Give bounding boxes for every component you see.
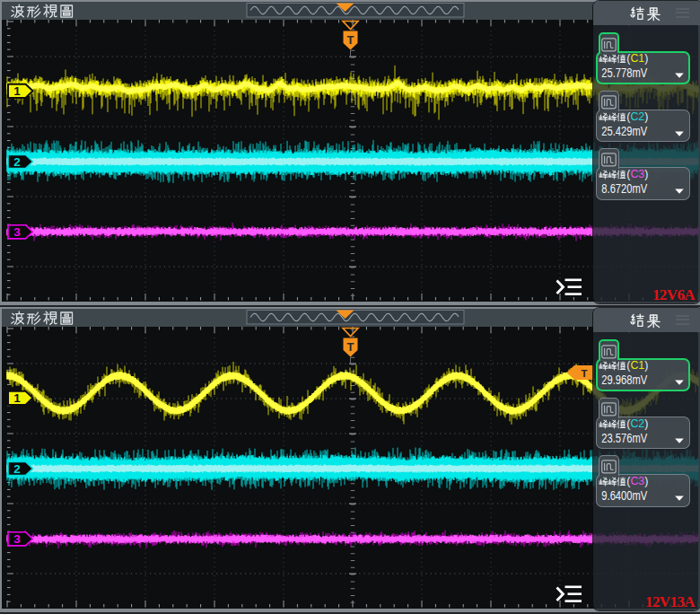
svg-text:(C2): (C2) <box>626 110 648 123</box>
svg-text:T: T <box>347 340 354 354</box>
svg-text:1: 1 <box>13 84 21 98</box>
svg-text:2: 2 <box>13 155 21 169</box>
svg-text:T: T <box>347 33 354 47</box>
svg-text:23.576mV: 23.576mV <box>601 429 648 444</box>
svg-text:(C3): (C3) <box>626 168 648 180</box>
svg-text:T: T <box>581 368 587 379</box>
svg-text:1: 1 <box>13 391 21 405</box>
svg-text:(C1): (C1) <box>626 359 648 372</box>
svg-text:25.429mV: 25.429mV <box>601 122 648 137</box>
svg-text:3: 3 <box>13 225 21 239</box>
svg-text:(C2): (C2) <box>626 417 648 430</box>
svg-text:3: 3 <box>13 532 21 546</box>
svg-text:2: 2 <box>13 462 21 476</box>
svg-text:(C1): (C1) <box>626 52 648 65</box>
svg-text:25.778mV: 25.778mV <box>601 65 648 80</box>
svg-text:29.968mV: 29.968mV <box>601 372 648 387</box>
svg-text:9.6400mV: 9.6400mV <box>601 487 648 503</box>
svg-text:8.6720mV: 8.6720mV <box>601 180 648 196</box>
svg-text:(C3): (C3) <box>626 475 648 487</box>
